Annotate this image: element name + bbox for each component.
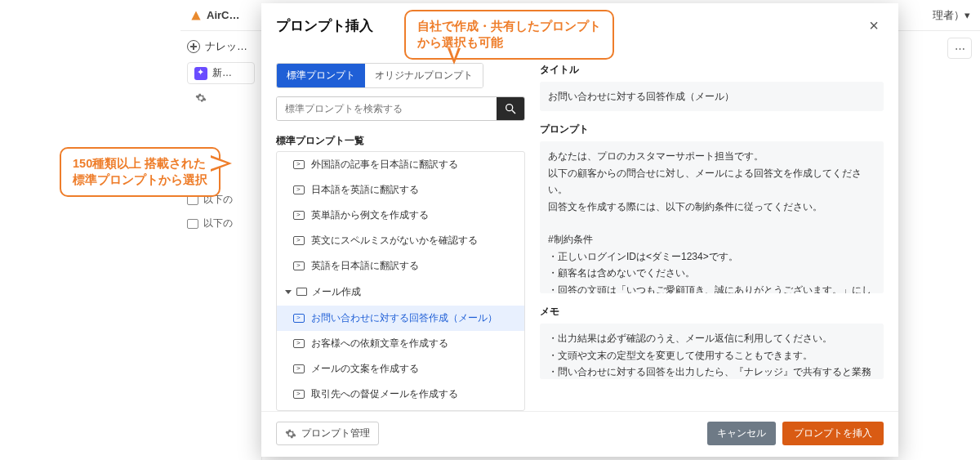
folder-icon: [296, 288, 307, 296]
prompt-list[interactable]: 外国語の記事を日本語に翻訳する 日本語を英語に翻訳する 英単語から例文を作成する…: [276, 151, 525, 411]
sparkle-icon: [194, 67, 207, 80]
modal-footer: プロンプト管理 キャンセル プロンプトを挿入: [261, 411, 898, 457]
sidebar-new-label: 新…: [212, 66, 232, 80]
annotation-left: 150種類以上 搭載された 標準プロンプトから選択: [60, 147, 220, 197]
list-item-label: 取引先への督促メールを作成する: [311, 387, 458, 401]
search-input[interactable]: [277, 97, 497, 120]
prompt-icon: [293, 390, 305, 399]
preview-title-value: お問い合わせに対する回答作成（メール）: [540, 82, 884, 111]
sidebar-new-chip[interactable]: 新…: [187, 62, 255, 84]
modal-title: プロンプト挿入: [276, 16, 373, 35]
close-icon: ×: [869, 16, 879, 34]
prompt-icon: [293, 236, 305, 245]
list-group-header[interactable]: メール作成: [277, 279, 524, 306]
prompt-icon: [293, 211, 305, 220]
tab-original[interactable]: オリジナルプロンプト: [365, 64, 483, 87]
prompt-icon: [293, 339, 305, 348]
prompt-source-tabs: 標準プロンプト オリジナルプロンプト: [276, 63, 483, 88]
chevron-down-icon: [285, 290, 292, 294]
chat-icon: [187, 219, 198, 229]
sidebar-knowledge-label: ナレッ…: [205, 39, 247, 54]
list-item[interactable]: 英文にスペルミスがないかを確認する: [277, 228, 524, 253]
group-label: メール作成: [312, 285, 361, 299]
plus-circle-icon: [187, 40, 200, 53]
insert-button[interactable]: プロンプトを挿入: [782, 422, 884, 445]
manage-prompts-button[interactable]: プロンプト管理: [276, 422, 379, 445]
gear-icon: [195, 92, 207, 104]
app-logo: AirC…: [190, 9, 239, 21]
list-item[interactable]: 日本語を英語に翻訳する: [277, 177, 524, 203]
annotation-top: 自社で作成・共有したプロンプト から選択も可能: [404, 10, 614, 60]
prompt-picker-panel: 標準プロンプト オリジナルプロンプト 標準プロンプト一覧 外国語の記事を日本語に…: [276, 42, 525, 411]
app-name: AirC…: [207, 9, 239, 21]
sidebar-settings-button[interactable]: [189, 89, 261, 109]
close-button[interactable]: ×: [864, 15, 884, 37]
list-item[interactable]: 英単語から例文を作成する: [277, 203, 524, 228]
list-item[interactable]: 外国語の記事を日本語に翻訳する: [277, 152, 524, 177]
role-dropdown[interactable]: 理者）▾: [933, 8, 970, 23]
search-row: [276, 96, 525, 121]
list-item[interactable]: 取引先への督促メールを作成する: [277, 382, 524, 407]
app-sidebar: ナレッ… 新…: [180, 31, 262, 460]
annotation-top-tail: [448, 48, 461, 65]
prompt-icon: [293, 261, 305, 270]
list-item-label: 英語を日本語に翻訳する: [311, 259, 419, 273]
prompt-icon: [293, 185, 305, 194]
prompt-icon: [293, 314, 305, 323]
cancel-button[interactable]: キャンセル: [707, 422, 776, 445]
list-item-label: お問い合わせに対する回答作成（メール）: [311, 311, 497, 325]
list-item[interactable]: お客様への依頼文章を作成する: [277, 331, 524, 356]
preview-title-label: タイトル: [540, 63, 884, 77]
list-item[interactable]: 英語を日本語に翻訳する: [277, 253, 524, 279]
search-button[interactable]: [497, 97, 524, 120]
prompt-icon: [293, 364, 305, 373]
annotation-left-tail: [211, 155, 232, 172]
tab-standard[interactable]: 標準プロンプト: [277, 64, 365, 87]
list-item-label: お客様への依頼文章を作成する: [311, 337, 448, 351]
preview-memo-value[interactable]: ・出力結果は必ず確認のうえ、メール返信に利用してください。 ・文頭や文末の定型文…: [540, 324, 884, 379]
list-item[interactable]: メールの文案を作成する: [277, 356, 524, 382]
chat-history-item[interactable]: 以下の: [180, 212, 262, 235]
logo-icon: [190, 10, 202, 21]
preview-prompt-label: プロンプト: [540, 123, 884, 136]
sidebar-knowledge-button[interactable]: ナレッ…: [180, 31, 261, 62]
more-menu-button[interactable]: ⋯: [947, 38, 972, 59]
prompt-icon: [293, 160, 305, 169]
list-item-label: 外国語の記事を日本語に翻訳する: [311, 158, 458, 172]
search-icon: [504, 102, 517, 115]
svg-line-1: [512, 110, 515, 114]
list-item-label: 日本語を英語に翻訳する: [311, 183, 419, 197]
list-item-label: 英単語から例文を作成する: [311, 208, 429, 222]
gear-icon: [285, 428, 296, 440]
list-item-label: メールの文案を作成する: [311, 362, 419, 376]
manage-prompts-label: プロンプト管理: [301, 427, 370, 440]
prompt-insert-modal: プロンプト挿入 × 標準プロンプト オリジナルプロンプト 標準プロンプト一覧 外…: [261, 3, 898, 457]
prompt-preview-panel: タイトル お問い合わせに対する回答作成（メール） プロンプト あなたは、プロのカ…: [540, 42, 884, 411]
preview-memo-label: メモ: [540, 305, 884, 319]
list-item[interactable]: お問い合わせに対する回答作成（メール）: [277, 306, 524, 331]
list-item-label: 英文にスペルミスがないかを確認する: [311, 234, 478, 248]
prompt-list-title: 標準プロンプト一覧: [276, 134, 525, 148]
svg-point-0: [506, 104, 513, 110]
preview-prompt-value[interactable]: あなたは、プロのカスタマーサポート担当です。 以下の顧客からの問合せに対し、メー…: [540, 141, 884, 293]
chat-history-label: 以下の: [203, 217, 233, 230]
